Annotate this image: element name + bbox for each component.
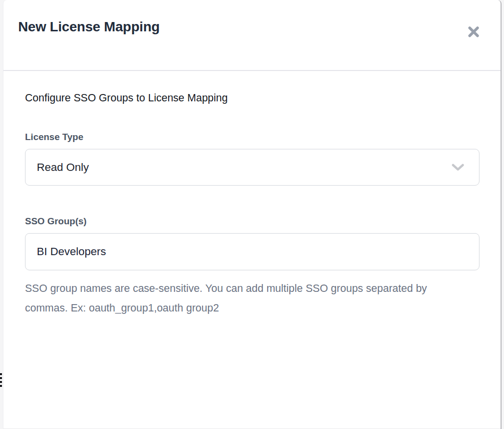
- license-type-select[interactable]: Read Only: [25, 149, 479, 186]
- menu-bar-fragment: [0, 385, 2, 387]
- new-license-mapping-dialog: New License Mapping Configure SSO Groups…: [3, 0, 502, 429]
- dialog-description: Configure SSO Groups to License Mapping: [25, 92, 476, 104]
- chevron-down-icon: [452, 163, 464, 172]
- close-icon: [467, 25, 480, 39]
- sso-groups-input[interactable]: [25, 233, 479, 270]
- dialog-title: New License Mapping: [18, 19, 160, 35]
- license-type-selected-value: Read Only: [37, 161, 89, 174]
- sso-groups-label: SSO Group(s): [25, 216, 476, 227]
- license-type-field: License Type Read Only: [25, 132, 476, 186]
- menu-bar-fragment: [0, 381, 2, 383]
- background-menu-icon-fragment: [0, 373, 2, 387]
- close-button[interactable]: [465, 24, 482, 40]
- menu-bar-fragment: [0, 373, 2, 375]
- sso-groups-help-text: SSO group names are case-sensitive. You …: [25, 279, 433, 318]
- dialog-body: Configure SSO Groups to License Mapping …: [3, 71, 501, 318]
- license-type-label: License Type: [25, 132, 476, 143]
- menu-bar-fragment: [0, 377, 2, 379]
- page: New License Mapping Configure SSO Groups…: [0, 0, 504, 429]
- dialog-header: New License Mapping: [3, 0, 501, 71]
- sso-groups-field: SSO Group(s) SSO group names are case-se…: [25, 216, 476, 318]
